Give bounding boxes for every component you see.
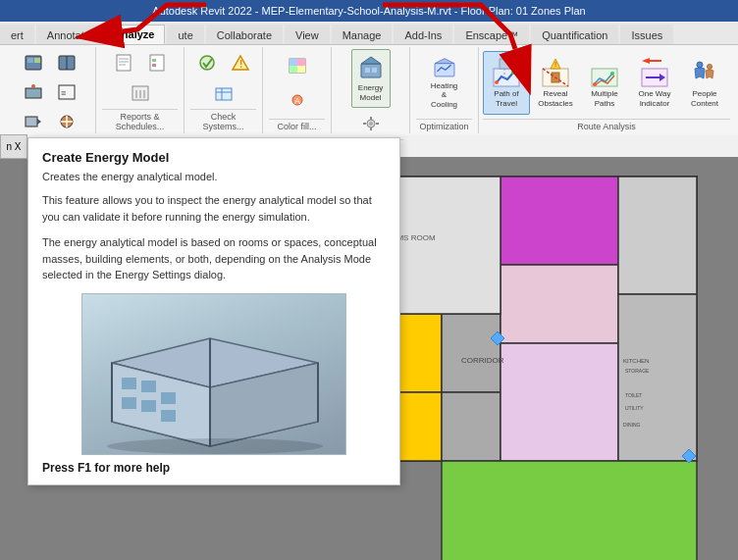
route-analysis-buttons: Path ofTravel ! RevealObstacles Multiple… (483, 49, 730, 117)
svg-marker-66 (642, 58, 650, 64)
tab-issues[interactable]: Issues (620, 25, 673, 44)
ribbon-group-optimization: Heating &Cooling Optimization (410, 47, 479, 133)
svg-rect-80 (442, 461, 697, 560)
svg-rect-14 (117, 55, 131, 71)
report-btn-3[interactable] (125, 79, 156, 107)
tooltip-title: Create Energy Model (42, 150, 386, 165)
svg-rect-1 (27, 58, 33, 63)
svg-point-69 (708, 64, 712, 69)
svg-rect-41 (372, 68, 377, 73)
svg-rect-53 (500, 59, 513, 69)
svg-text:!: ! (239, 59, 242, 70)
check-btn-3[interactable] (208, 79, 239, 107)
colorfill-buttons: A (269, 49, 325, 117)
svg-rect-78 (618, 177, 697, 294)
reveal-obstacles-btn[interactable]: ! RevealObstacles (532, 51, 579, 115)
reports-group-label: Reports & Schedules... (102, 109, 178, 131)
tab-analyze[interactable]: Analyze (103, 25, 166, 44)
tab-quantification[interactable]: Quantification (531, 25, 618, 44)
tooltip-subtitle: Creates the energy analytical model. (42, 171, 386, 182)
svg-rect-33 (297, 59, 305, 66)
svg-rect-20 (152, 64, 156, 67)
zone-buttons: ≡ (10, 49, 89, 135)
tab-ert[interactable]: ert (0, 25, 34, 44)
building-3d-svg (82, 294, 347, 456)
path-of-travel-btn[interactable]: Path ofTravel (483, 51, 530, 115)
tooltip-footer: Press F1 for more help (42, 461, 386, 475)
svg-text:STORAGE: STORAGE (625, 368, 650, 374)
reports-buttons (102, 49, 178, 107)
svg-rect-28 (216, 88, 232, 100)
ribbon-tabs: ert Annotate Analyze ute Collaborate Vie… (0, 22, 738, 45)
svg-point-25 (200, 56, 214, 70)
svg-text:!: ! (554, 61, 556, 68)
report-btn-2[interactable] (141, 49, 173, 76)
zone-btn-5[interactable] (18, 108, 49, 135)
zone-btn-4[interactable]: ≡ (51, 78, 82, 106)
svg-marker-49 (435, 58, 454, 63)
check-btn-1[interactable] (191, 49, 223, 76)
energy-settings-btn[interactable] (355, 110, 387, 137)
svg-rect-71 (501, 177, 618, 265)
ribbon-content: ≡ & Zone... Reports & Schedules... (0, 45, 738, 135)
svg-point-61 (593, 82, 597, 86)
svg-rect-79 (618, 294, 697, 461)
svg-text:A: A (294, 96, 300, 106)
svg-point-6 (31, 84, 35, 88)
tab-collaborate[interactable]: Collaborate (206, 25, 283, 44)
svg-point-52 (511, 71, 515, 75)
left-panel-toggle[interactable]: n X (0, 134, 27, 159)
svg-rect-9 (26, 117, 37, 127)
check-group-label: Check Systems... (190, 109, 256, 131)
left-panel-label: n X (6, 141, 21, 152)
report-btn-1[interactable] (108, 49, 139, 76)
svg-rect-32 (290, 59, 297, 66)
tooltip-building-image (81, 293, 346, 455)
title-text: Autodesk Revit 2022 - MEP-Elementary-Sch… (152, 5, 585, 17)
energy-buttons: EnergyModel (338, 49, 403, 137)
zone-btn-1[interactable] (18, 49, 49, 76)
svg-rect-101 (161, 410, 176, 422)
optimization-btn[interactable]: Heating &Cooling (425, 54, 464, 113)
ribbon-group-check: ! Check Systems... (184, 47, 263, 133)
colorfill-btn-2[interactable]: A (282, 86, 313, 114)
multiple-paths-btn[interactable]: MultiplePaths (581, 51, 628, 115)
people-content-btn[interactable]: PeopleContent (681, 51, 728, 115)
tab-addins[interactable]: Add-Ins (394, 25, 452, 44)
tab-annotate[interactable]: Annotate (36, 25, 101, 44)
svg-rect-38 (361, 64, 381, 77)
tab-ute[interactable]: ute (167, 25, 203, 44)
tooltip-popup: Create Energy Model Creates the energy a… (27, 137, 400, 485)
svg-marker-10 (37, 119, 41, 125)
colorfill-group-label: Color fill... (269, 119, 325, 131)
svg-point-51 (495, 80, 499, 84)
ribbon-group-zone: ≡ & Zone... (4, 47, 96, 133)
one-way-indicator-btn[interactable]: One WayIndicator (630, 51, 679, 115)
svg-rect-77 (501, 343, 618, 461)
zone-btn-6[interactable] (51, 108, 82, 135)
svg-rect-76 (501, 265, 618, 343)
svg-rect-34 (290, 66, 297, 73)
tab-view[interactable]: View (285, 25, 330, 44)
zone-btn-3[interactable] (18, 78, 49, 106)
svg-rect-74 (442, 314, 501, 392)
zone-btn-2[interactable] (51, 49, 82, 76)
check-btn-2[interactable]: ! (225, 49, 256, 76)
svg-point-68 (697, 62, 703, 68)
svg-rect-40 (365, 68, 370, 73)
tooltip-body2: The energy analytical model is based on … (42, 234, 386, 283)
tooltip-body1: This feature allows you to inspect the e… (42, 192, 386, 225)
colorfill-btn-1[interactable] (282, 52, 313, 79)
svg-rect-99 (122, 397, 136, 409)
svg-rect-19 (152, 59, 156, 62)
ribbon-group-energy: EnergyModel Energy (332, 47, 410, 133)
optimization-buttons: Heating &Cooling (425, 49, 464, 117)
tab-manage[interactable]: Manage (332, 25, 393, 44)
energy-model-btn[interactable]: EnergyModel (351, 49, 391, 108)
svg-text:CORRIDOR: CORRIDOR (461, 356, 504, 365)
svg-point-105 (107, 438, 323, 454)
check-buttons: ! (190, 49, 256, 107)
svg-rect-5 (26, 88, 41, 98)
svg-rect-35 (297, 66, 305, 73)
tab-enscape[interactable]: Enscape™ (454, 25, 529, 44)
